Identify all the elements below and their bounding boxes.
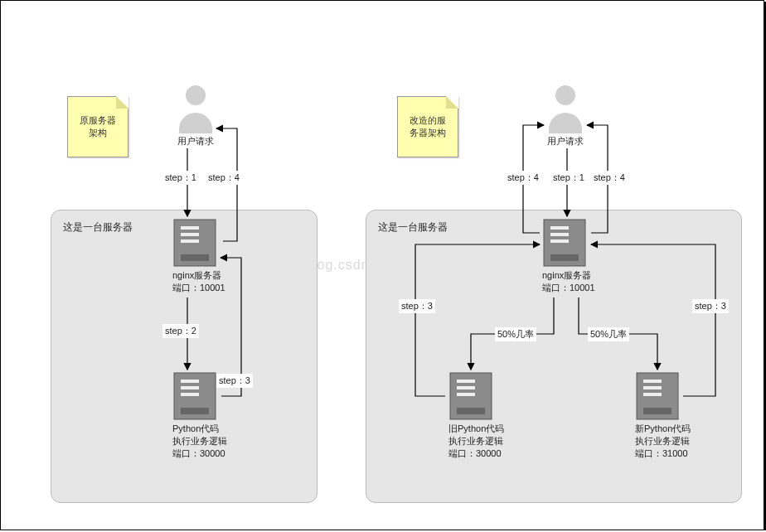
svg-rect-15 (550, 226, 569, 230)
new-python-port: 端口：31000 (635, 448, 688, 458)
label-left-step4: step：4 (206, 171, 242, 185)
server-icon (635, 371, 680, 421)
python-left: Python代码 执行业务逻辑 端口：30000 (172, 371, 217, 460)
server-box-right-label: 这是一台服务器 (378, 220, 448, 235)
nginx-left-title: nginx服务器 (172, 270, 221, 280)
nginx-left-port: 端口：10001 (172, 283, 225, 293)
actor-right: 用户请求 (545, 84, 586, 148)
diagram-canvas: http://blog.csdn.net/ 原服务器 架构 这是一台服务器 用户… (0, 0, 764, 530)
label-left-step1: step：1 (162, 171, 199, 185)
label-right-step3-left: step：3 (399, 299, 435, 313)
label-right-step4-left: step：4 (505, 171, 541, 185)
old-python-right: 旧Python代码 执行业务逻辑 端口：30000 (448, 371, 493, 460)
label-right-prob-right: 50%几率 (588, 327, 629, 341)
python-left-port: 端口：30000 (172, 448, 225, 458)
svg-rect-7 (181, 380, 199, 383)
actor-right-caption: 用户请求 (545, 135, 586, 148)
svg-rect-25 (643, 380, 662, 383)
svg-rect-28 (643, 408, 671, 414)
svg-rect-20 (457, 380, 475, 383)
new-python-right: 新Python代码 执行业务逻辑 端口：31000 (635, 371, 680, 460)
nginx-right-port: 端口：10001 (542, 283, 595, 293)
svg-rect-17 (550, 239, 569, 243)
new-python-desc: 执行业务逻辑 (635, 436, 690, 446)
old-python-port: 端口：30000 (448, 448, 502, 458)
label-right-prob-left: 50%几率 (495, 327, 536, 341)
user-icon (545, 84, 586, 133)
svg-rect-27 (643, 393, 662, 396)
nginx-left: nginx服务器 端口：10001 (172, 218, 217, 294)
sticky-note-right-text: 改造的服 务器架构 (410, 114, 446, 140)
server-icon (448, 371, 493, 421)
svg-rect-22 (457, 393, 475, 396)
svg-rect-4 (181, 239, 199, 243)
old-python-desc: 执行业务逻辑 (448, 436, 503, 446)
label-right-step1: step：1 (550, 171, 587, 185)
server-icon (172, 371, 217, 421)
label-left-step2: step：2 (162, 324, 199, 338)
svg-rect-16 (550, 233, 569, 236)
server-box-left-label: 这是一台服务器 (63, 220, 133, 235)
server-icon (542, 218, 587, 268)
svg-rect-2 (181, 226, 199, 230)
svg-rect-8 (181, 386, 199, 389)
nginx-right-title: nginx服务器 (542, 270, 591, 280)
sticky-note-right: 改造的服 务器架构 (397, 96, 458, 157)
svg-point-0 (186, 85, 206, 105)
svg-rect-10 (181, 408, 209, 414)
svg-rect-5 (181, 254, 209, 261)
sticky-note-left: 原服务器 架构 (67, 96, 128, 157)
server-icon (172, 218, 217, 268)
label-left-step3: step：3 (216, 374, 253, 388)
svg-rect-3 (181, 233, 199, 236)
label-right-step3-right: step：3 (692, 299, 729, 313)
svg-rect-9 (181, 393, 199, 396)
new-python-title: 新Python代码 (635, 423, 691, 433)
user-icon (175, 84, 216, 133)
nginx-right: nginx服务器 端口：10001 (542, 218, 587, 294)
svg-rect-18 (550, 254, 579, 261)
python-left-desc: 执行业务逻辑 (172, 436, 227, 446)
old-python-title: 旧Python代码 (448, 423, 504, 433)
actor-left: 用户请求 (175, 84, 216, 148)
actor-left-caption: 用户请求 (175, 135, 216, 148)
svg-point-13 (555, 85, 575, 105)
label-right-step4-right: step：4 (591, 171, 628, 185)
svg-rect-21 (457, 386, 475, 389)
sticky-note-left-text: 原服务器 架构 (80, 114, 116, 140)
svg-rect-23 (457, 408, 485, 414)
python-left-title: Python代码 (172, 423, 219, 433)
svg-rect-26 (643, 386, 662, 389)
